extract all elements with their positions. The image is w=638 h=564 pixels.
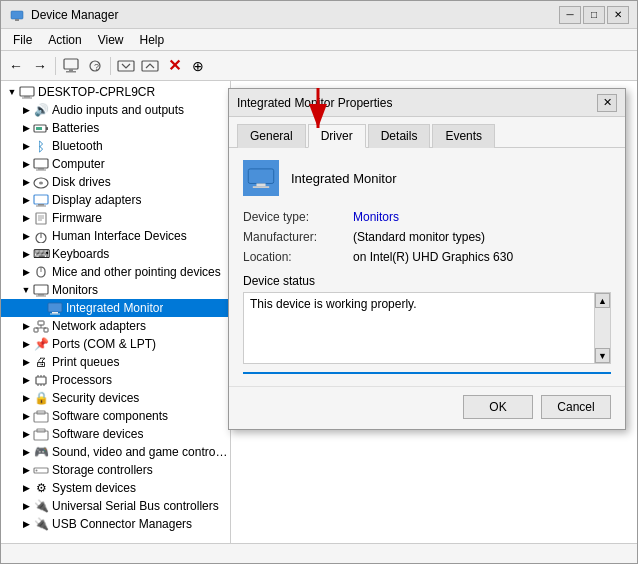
usbconnector-icon: 🔌 xyxy=(33,516,49,532)
tab-details[interactable]: Details xyxy=(368,124,431,148)
batteries-icon xyxy=(33,120,49,136)
svg-rect-37 xyxy=(38,321,44,325)
usb-expander: ▶ xyxy=(19,499,33,513)
system-expander: ▶ xyxy=(19,481,33,495)
network-expander: ▶ xyxy=(19,319,33,333)
tree-item-batteries[interactable]: ▶ Batteries xyxy=(1,119,230,137)
tree-item-keyboards[interactable]: ▶ ⌨ Keyboards xyxy=(1,245,230,263)
tree-item-printqueues[interactable]: ▶ 🖨 Print queues xyxy=(1,353,230,371)
processors-expander: ▶ xyxy=(19,373,33,387)
svg-rect-43 xyxy=(36,377,46,384)
tree-item-network[interactable]: ▶ Network adapters xyxy=(1,317,230,335)
tree-item-softwarecomponents[interactable]: ▶ Software components xyxy=(1,407,230,425)
tree-item-displayadapters[interactable]: ▶ Display adapters xyxy=(1,191,230,209)
storage-expander: ▶ xyxy=(19,463,33,477)
forward-button[interactable]: → xyxy=(29,55,51,77)
ok-button[interactable]: OK xyxy=(463,395,533,419)
tree-item-processors[interactable]: ▶ Processors xyxy=(1,371,230,389)
manufacturer-value: (Standard monitor types) xyxy=(353,230,485,244)
svg-rect-8 xyxy=(142,61,158,71)
svg-point-55 xyxy=(36,469,38,471)
tab-driver[interactable]: Driver xyxy=(308,124,366,148)
tree-panel[interactable]: ▼ DESKTOP-CPRL9CR ▶ 🔊 Audio inputs and o… xyxy=(1,81,231,543)
status-section-label: Device status xyxy=(243,274,611,288)
tree-item-diskdrives[interactable]: ▶ Disk drives xyxy=(1,173,230,191)
toolbar-separator-1 xyxy=(55,57,56,75)
tree-item-usbconnector[interactable]: ▶ 🔌 USB Connector Managers xyxy=(1,515,230,533)
usb-label: Universal Serial Bus controllers xyxy=(52,499,219,513)
tree-item-security[interactable]: ▶ 🔒 Security devices xyxy=(1,389,230,407)
tab-events[interactable]: Events xyxy=(432,124,495,148)
system-label: System devices xyxy=(52,481,136,495)
tree-item-mice[interactable]: ▶ Mice and other pointing devices xyxy=(1,263,230,281)
tree-item-audio[interactable]: ▶ 🔊 Audio inputs and outputs xyxy=(1,101,230,119)
dialog-close-button[interactable]: ✕ xyxy=(597,94,617,112)
menu-action[interactable]: Action xyxy=(40,31,89,49)
menu-help[interactable]: Help xyxy=(132,31,173,49)
security-icon: 🔒 xyxy=(33,390,49,406)
softwaredevices-label: Software devices xyxy=(52,427,143,441)
tree-item-system[interactable]: ▶ ⚙ System devices xyxy=(1,479,230,497)
tree-item-hid[interactable]: ▶ Human Interface Devices xyxy=(1,227,230,245)
displayadapters-expander: ▶ xyxy=(19,193,33,207)
prop-row-devicetype: Device type: Monitors xyxy=(243,210,611,224)
integrated-monitor-label: Integrated Monitor xyxy=(66,301,163,315)
softwarecomponents-label: Software components xyxy=(52,409,168,423)
tree-item-computer[interactable]: ▶ Computer xyxy=(1,155,230,173)
tree-item-ports[interactable]: ▶ 📌 Ports (COM & LPT) xyxy=(1,335,230,353)
svg-rect-15 xyxy=(34,159,48,168)
svg-rect-35 xyxy=(52,312,58,314)
audio-label: Audio inputs and outputs xyxy=(52,103,184,117)
window-icon xyxy=(9,7,25,23)
scrollbar-up[interactable]: ▲ xyxy=(595,293,610,308)
tree-item-firmware[interactable]: ▶ Firmware xyxy=(1,209,230,227)
toolbar-refresh-button[interactable]: ⊕ xyxy=(187,55,209,77)
devicetype-value[interactable]: Monitors xyxy=(353,210,399,224)
hid-label: Human Interface Devices xyxy=(52,229,187,243)
security-expander: ▶ xyxy=(19,391,33,405)
location-label: Location: xyxy=(243,250,353,264)
diskdrives-label: Disk drives xyxy=(52,175,111,189)
status-scrollbar[interactable]: ▲ ▼ xyxy=(594,293,610,363)
svg-point-19 xyxy=(39,181,43,184)
hid-icon xyxy=(33,228,49,244)
bluetooth-icon: ᛒ xyxy=(33,138,49,154)
integrated-monitor-expander xyxy=(33,301,47,315)
toolbar-btn-3[interactable] xyxy=(115,55,137,77)
tree-item-usb[interactable]: ▶ 🔌 Universal Serial Bus controllers xyxy=(1,497,230,515)
toolbar-cancel-button[interactable]: ✕ xyxy=(163,55,185,77)
cancel-button[interactable]: Cancel xyxy=(541,395,611,419)
scrollbar-down[interactable]: ▼ xyxy=(595,348,610,363)
svg-rect-17 xyxy=(36,169,46,170)
tree-item-sound[interactable]: ▶ 🎮 Sound, video and game controllers xyxy=(1,443,230,461)
tabs-bar: General Driver Details Events xyxy=(229,117,625,148)
menu-file[interactable]: File xyxy=(5,31,40,49)
title-bar: Device Manager ─ □ ✕ xyxy=(1,1,637,29)
usbconnector-expander: ▶ xyxy=(19,517,33,531)
minimize-button[interactable]: ─ xyxy=(559,6,581,24)
storage-icon xyxy=(33,462,49,478)
back-button[interactable]: ← xyxy=(5,55,27,77)
toolbar: ← → ? ✕ ⊕ xyxy=(1,51,637,81)
tree-root[interactable]: ▼ DESKTOP-CPRL9CR xyxy=(1,83,230,101)
tree-item-softwaredevices[interactable]: ▶ Software devices xyxy=(1,425,230,443)
svg-rect-0 xyxy=(11,11,23,19)
toolbar-btn-2[interactable]: ? xyxy=(84,55,106,77)
tree-item-bluetooth[interactable]: ▶ ᛒ Bluetooth xyxy=(1,137,230,155)
svg-rect-11 xyxy=(22,97,32,98)
tab-general[interactable]: General xyxy=(237,124,306,148)
tree-item-integrated-monitor[interactable]: Integrated Monitor xyxy=(1,299,230,317)
close-button[interactable]: ✕ xyxy=(607,6,629,24)
printqueues-icon: 🖨 xyxy=(33,354,49,370)
audio-icon: 🔊 xyxy=(33,102,49,118)
tree-item-storage[interactable]: ▶ Storage controllers xyxy=(1,461,230,479)
svg-rect-4 xyxy=(66,71,76,73)
toolbar-btn-4[interactable] xyxy=(139,55,161,77)
maximize-button[interactable]: □ xyxy=(583,6,605,24)
svg-rect-16 xyxy=(38,168,44,170)
svg-rect-60 xyxy=(253,186,269,188)
toolbar-btn-1[interactable] xyxy=(60,55,82,77)
tree-item-monitors[interactable]: ▼ Monitors xyxy=(1,281,230,299)
menu-view[interactable]: View xyxy=(90,31,132,49)
status-text: This device is working properly. xyxy=(250,297,604,311)
